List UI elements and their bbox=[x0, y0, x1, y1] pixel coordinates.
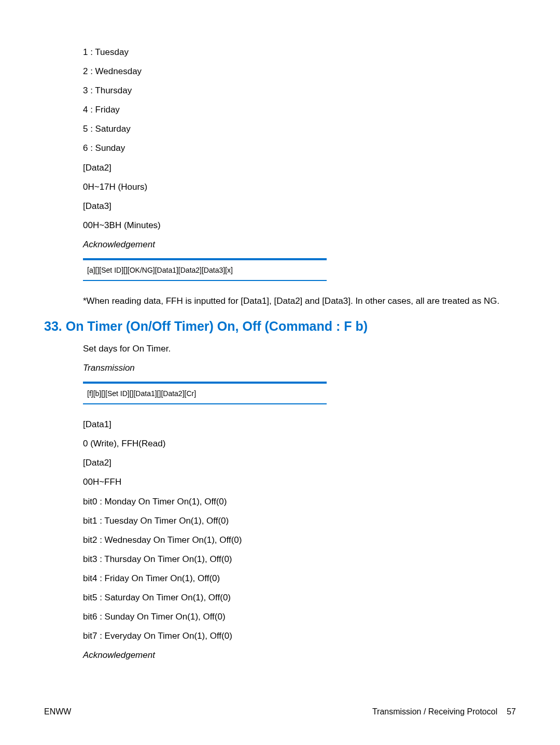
acknowledgement-label: Acknowledgement bbox=[83, 239, 516, 250]
data3-label: [Data3] bbox=[83, 201, 516, 212]
bit-definition: bit2 : Wednesday On Timer On(1), Off(0) bbox=[83, 535, 516, 546]
transmission-label: Transmission bbox=[83, 362, 516, 374]
section-33-heading: 33. On Timer (On/Off Timer) On, Off (Com… bbox=[44, 319, 516, 334]
bit-definition: bit6 : Sunday On Timer On(1), Off(0) bbox=[83, 611, 516, 623]
day-mapping: 6 : Sunday bbox=[83, 143, 516, 154]
page-footer: ENWW Transmission / Receiving Protocol 5… bbox=[44, 707, 516, 716]
bit-definition: bit4 : Friday On Timer On(1), Off(0) bbox=[83, 573, 516, 584]
footer-right: Transmission / Receiving Protocol 57 bbox=[372, 707, 516, 716]
transmission-code-text: [f][b][][Set ID][][Data1][][Data2][Cr] bbox=[87, 389, 196, 398]
data2-label: [Data2] bbox=[83, 162, 516, 174]
data1-label: [Data1] bbox=[83, 419, 516, 430]
footer-page-number: 57 bbox=[507, 707, 516, 716]
data3-range: 00H~3BH (Minutes) bbox=[83, 220, 516, 231]
day-mapping: 1 : Tuesday bbox=[83, 47, 516, 58]
bit-definition: bit7 : Everyday On Timer On(1), Off(0) bbox=[83, 630, 516, 642]
day-mapping: 3 : Thursday bbox=[83, 85, 516, 96]
section-intro: Set days for On Timer. bbox=[83, 343, 516, 355]
ack-code-text: [a][][Set ID][][OK/NG][Data1][Data2][Dat… bbox=[87, 266, 233, 274]
footer-section-title: Transmission / Receiving Protocol bbox=[372, 707, 497, 716]
day-mapping: 5 : Saturday bbox=[83, 123, 516, 135]
data1-values: 0 (Write), FFH(Read) bbox=[83, 438, 516, 449]
data2-range: 00H~FFH bbox=[83, 476, 516, 488]
day-mapping: 2 : Wednesday bbox=[83, 66, 516, 77]
footer-left: ENWW bbox=[44, 707, 71, 716]
transmission-code-box: [f][b][][Set ID][][Data1][][Data2][Cr] bbox=[83, 382, 327, 404]
bit-definition: bit0 : Monday On Timer On(1), Off(0) bbox=[83, 496, 516, 508]
bit-definition: bit5 : Saturday On Timer On(1), Off(0) bbox=[83, 592, 516, 603]
ack-code-box: [a][][Set ID][][OK/NG][Data1][Data2][Dat… bbox=[83, 258, 327, 281]
data2-label: [Data2] bbox=[83, 457, 516, 469]
day-mapping: 4 : Friday bbox=[83, 104, 516, 116]
section-1-content: 1 : Tuesday 2 : Wednesday 3 : Thursday 4… bbox=[83, 47, 516, 307]
bit-definition: bit1 : Tuesday On Timer On(1), Off(0) bbox=[83, 515, 516, 527]
bit-definition: bit3 : Thursday On Timer On(1), Off(0) bbox=[83, 554, 516, 565]
section-2-content: Set days for On Timer. Transmission [f][… bbox=[83, 343, 516, 661]
note-text: *When reading data, FFH is inputted for … bbox=[83, 296, 516, 307]
acknowledgement-label: Acknowledgement bbox=[83, 650, 516, 661]
data2-range: 0H~17H (Hours) bbox=[83, 181, 516, 193]
